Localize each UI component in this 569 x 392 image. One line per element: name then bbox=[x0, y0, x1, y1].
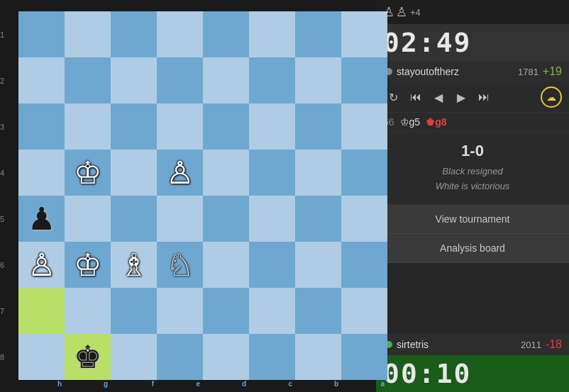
square-r7-c6[interactable] bbox=[295, 334, 341, 380]
analysis-board-button[interactable]: Analysis board bbox=[376, 234, 569, 263]
square-r2-c6[interactable] bbox=[295, 103, 341, 150]
player-top-info: stayoutoftherz 1781 +19 bbox=[376, 61, 569, 82]
timer-top: 02:49 bbox=[376, 24, 569, 61]
piece-5_0: ♙ bbox=[28, 250, 55, 281]
square-r2-c3[interactable] bbox=[157, 103, 203, 150]
player-top-rating-change: +19 bbox=[543, 65, 562, 78]
player-bottom-rating: 2011 bbox=[521, 340, 541, 350]
result-score: 1-0 bbox=[383, 142, 562, 160]
white-move: ♔g5 bbox=[400, 116, 421, 128]
square-r0-c7[interactable] bbox=[341, 11, 387, 57]
square-r7-c1[interactable]: ♚ bbox=[65, 334, 111, 380]
square-r3-c2[interactable] bbox=[111, 150, 157, 196]
square-r4-c4[interactable] bbox=[203, 196, 249, 242]
square-r0-c0[interactable] bbox=[18, 11, 65, 57]
player-top-name: stayoutoftherz bbox=[397, 66, 514, 77]
square-r4-c2[interactable] bbox=[111, 196, 157, 242]
square-r6-c2[interactable] bbox=[111, 288, 157, 334]
square-r7-c7[interactable] bbox=[341, 334, 387, 380]
square-r0-c3[interactable] bbox=[157, 11, 203, 57]
square-r7-c0[interactable] bbox=[18, 334, 65, 380]
square-r5-c2[interactable]: ♗ bbox=[111, 242, 157, 288]
player-bottom-name: sirtetris bbox=[397, 339, 516, 350]
square-r2-c1[interactable] bbox=[65, 103, 111, 150]
square-r2-c7[interactable] bbox=[341, 103, 387, 150]
square-r6-c6[interactable] bbox=[295, 288, 341, 334]
result-line1: Black resigned bbox=[442, 166, 502, 177]
player-bottom-info: sirtetris 2011 -18 bbox=[376, 334, 569, 355]
square-r1-c4[interactable] bbox=[203, 57, 249, 103]
square-r1-c0[interactable] bbox=[18, 57, 65, 103]
square-r3-c5[interactable] bbox=[249, 150, 295, 196]
square-r7-c2[interactable] bbox=[111, 334, 157, 380]
square-r1-c3[interactable] bbox=[157, 57, 203, 103]
square-r4-c1[interactable] bbox=[65, 196, 111, 242]
piece-5_1: ♔ bbox=[74, 250, 101, 281]
square-r6-c5[interactable] bbox=[249, 288, 295, 334]
square-r5-c7[interactable] bbox=[341, 242, 387, 288]
player-bottom-rating-change: -18 bbox=[546, 338, 562, 351]
result-text: Black resigned White is victorious bbox=[383, 164, 562, 194]
square-r7-c5[interactable] bbox=[249, 334, 295, 380]
square-r0-c1[interactable] bbox=[65, 11, 111, 57]
square-r3-c4[interactable] bbox=[203, 150, 249, 196]
square-r3-c1[interactable]: ♔ bbox=[65, 150, 111, 196]
square-r2-c5[interactable] bbox=[249, 103, 295, 150]
square-r6-c0[interactable] bbox=[18, 288, 65, 334]
piece-4_0: ♟ bbox=[28, 203, 55, 235]
square-r0-c2[interactable] bbox=[111, 11, 157, 57]
file-labels: h g f e d c b a bbox=[18, 380, 387, 388]
square-r3-c7[interactable] bbox=[341, 150, 387, 196]
move-display: 66 ♔g5 ♚g8 bbox=[376, 113, 569, 132]
prev-move-button[interactable]: ◀ bbox=[429, 87, 448, 107]
square-r3-c0[interactable] bbox=[18, 150, 65, 196]
first-move-button[interactable]: ⏮ bbox=[406, 87, 426, 107]
player-top-rating: 1781 bbox=[518, 67, 538, 77]
square-r5-c3[interactable]: ♘ bbox=[157, 242, 203, 288]
piece-icon-2: ♙ bbox=[396, 4, 407, 20]
square-r3-c6[interactable] bbox=[295, 150, 341, 196]
square-r2-c4[interactable] bbox=[203, 103, 249, 150]
square-r6-c4[interactable] bbox=[203, 288, 249, 334]
square-r7-c3[interactable] bbox=[157, 334, 203, 380]
black-move: ♚g8 bbox=[426, 116, 446, 128]
square-r6-c3[interactable] bbox=[157, 288, 203, 334]
game-result: 1-0 Black resigned White is victorious bbox=[376, 132, 569, 205]
square-r1-c6[interactable] bbox=[295, 57, 341, 103]
square-r4-c5[interactable] bbox=[249, 196, 295, 242]
chess-board[interactable]: ♔♙♟♙♔♗♘♚ bbox=[18, 11, 387, 380]
top-captures: ♙ ♙ +4 bbox=[376, 0, 569, 24]
view-tournament-button[interactable]: View tournament bbox=[376, 205, 569, 234]
square-r3-c3[interactable]: ♙ bbox=[157, 150, 203, 196]
square-r5-c1[interactable]: ♔ bbox=[65, 242, 111, 288]
piece-7_1: ♚ bbox=[74, 342, 101, 373]
square-r4-c7[interactable] bbox=[341, 196, 387, 242]
square-r2-c2[interactable] bbox=[111, 103, 157, 150]
square-r4-c6[interactable] bbox=[295, 196, 341, 242]
square-r0-c6[interactable] bbox=[295, 11, 341, 57]
last-move-button[interactable]: ⏭ bbox=[474, 87, 494, 107]
square-r1-c7[interactable] bbox=[341, 57, 387, 103]
right-panel: ♙ ♙ +4 02:49 stayoutoftherz 1781 +19 ↻ ⏮… bbox=[376, 0, 569, 392]
square-r4-c3[interactable] bbox=[157, 196, 203, 242]
piece-3_1: ♔ bbox=[74, 157, 101, 189]
square-r5-c4[interactable] bbox=[203, 242, 249, 288]
piece-count: +4 bbox=[410, 7, 421, 18]
square-r1-c1[interactable] bbox=[65, 57, 111, 103]
square-r1-c5[interactable] bbox=[249, 57, 295, 103]
square-r2-c0[interactable] bbox=[18, 103, 65, 150]
next-move-button[interactable]: ▶ bbox=[451, 87, 471, 107]
square-r0-c4[interactable] bbox=[203, 11, 249, 57]
square-r1-c2[interactable] bbox=[111, 57, 157, 103]
cloud-button[interactable]: ☁ bbox=[541, 86, 562, 108]
square-r4-c0[interactable]: ♟ bbox=[18, 196, 65, 242]
square-r0-c5[interactable] bbox=[249, 11, 295, 57]
square-r5-c6[interactable] bbox=[295, 242, 341, 288]
square-r5-c5[interactable] bbox=[249, 242, 295, 288]
piece-3_3: ♙ bbox=[166, 157, 194, 189]
square-r6-c1[interactable] bbox=[65, 288, 111, 334]
captured-pieces: ♙ ♙ +4 bbox=[383, 4, 421, 20]
square-r5-c0[interactable]: ♙ bbox=[18, 242, 65, 288]
square-r7-c4[interactable] bbox=[203, 334, 249, 380]
square-r6-c7[interactable] bbox=[341, 288, 387, 334]
